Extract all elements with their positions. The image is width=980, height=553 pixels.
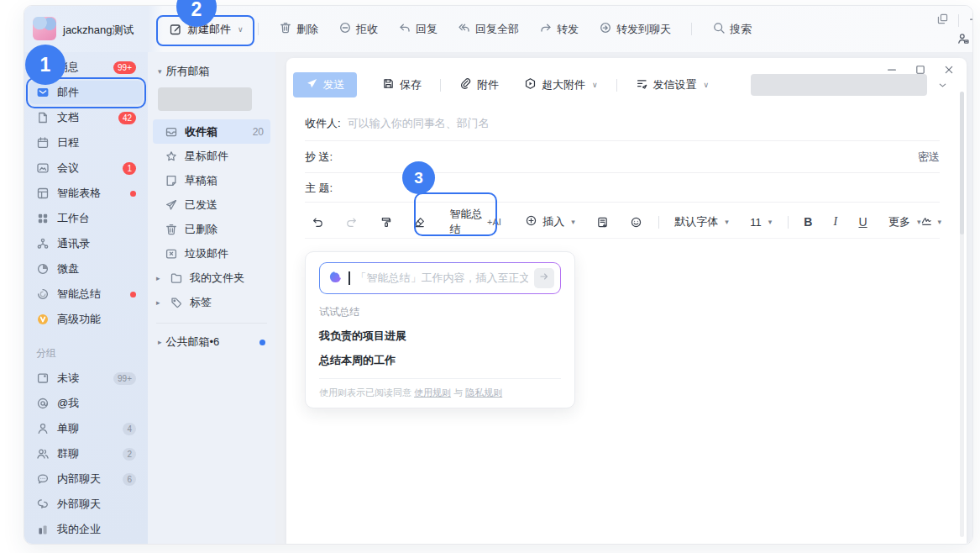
sidebar-item-label: 邮件 (57, 85, 79, 100)
toolbar-action-删除[interactable]: 删除 (279, 21, 318, 37)
sidebar-item-文档[interactable]: 文档42 (29, 106, 143, 129)
cc-field[interactable]: 抄 送: 密送 (305, 141, 940, 173)
mailbox-folder-panel: ▾ 所有邮箱 收件箱20星标邮件草稿箱已发送已删除垃圾邮件▸我的文件夹▸标签 ▸… (148, 52, 275, 544)
sidebar-item-label: 我的企业 (57, 522, 101, 537)
send-button[interactable]: 发送 (293, 72, 357, 97)
sidebar-item-会议[interactable]: 会议1 (29, 156, 143, 180)
count-badge: 99+ (113, 372, 136, 385)
bold-button[interactable]: B (804, 215, 812, 229)
terms-prefix: 使用则表示已阅读同意 (319, 387, 414, 398)
sidebar-item-外部聊天[interactable]: 外部聊天 (29, 492, 143, 516)
sidebar-item-label: 高级功能 (57, 312, 101, 327)
toolbar-action-回复[interactable]: 回复 (398, 21, 438, 37)
sidebar-item-群聊[interactable]: 群聊2 (29, 442, 143, 466)
ai-suggestion-item[interactable]: 我负责的项目进展 (319, 329, 561, 344)
arrow-right-icon (538, 271, 550, 286)
folder-item-收件箱[interactable]: 收件箱20 (153, 119, 270, 144)
ai-prompt-input[interactable]: 「智能总结」工作内容，插入至正文 (319, 262, 561, 294)
toolbar-action-回复全部[interactable]: 回复全部 (458, 21, 519, 37)
titlebar: jackzhang测试 新建邮件 ∨ 删除拒收回复回复全部转发转发到聊天搜索 (24, 6, 972, 52)
window-controls-second (956, 32, 972, 49)
ai-summary-label: 智能总结 (449, 207, 484, 237)
redo-icon[interactable] (345, 216, 358, 229)
caret-down-icon: ▾ (571, 218, 575, 226)
toolbar-action-转发到聊天[interactable]: 转发到聊天 (599, 21, 671, 37)
minimize-icon[interactable] (968, 13, 973, 29)
ai-submit-button[interactable] (534, 268, 554, 288)
sidebar-item-我的企业[interactable]: 我的企业 (29, 518, 143, 541)
sidebar-item-label: 智能表格 (57, 186, 101, 201)
sidebar-item-@我[interactable]: @我 (29, 392, 143, 415)
caret-down-icon: ▾ (937, 218, 941, 226)
from-account-redacted[interactable] (751, 74, 927, 96)
folder-label: 星标邮件 (185, 149, 228, 164)
contact-card-icon[interactable] (956, 32, 970, 49)
signature-menu[interactable]: ▾ (920, 214, 941, 229)
sidebar-item-内部聊天[interactable]: 内部聊天6 (29, 467, 143, 491)
insert-label: 插入 (542, 214, 564, 229)
insert-menu[interactable]: 插入 ▾ (525, 214, 575, 229)
underline-button[interactable]: U (859, 215, 867, 229)
format-painter-icon[interactable] (380, 216, 392, 229)
sidebar-item-通讯录[interactable]: 通讯录 (29, 232, 143, 255)
folder-item-草稿箱[interactable]: 草稿箱 (153, 168, 270, 192)
scrollbar-thumb[interactable] (960, 92, 964, 234)
template-icon[interactable] (596, 216, 609, 229)
sidebar-item-高级功能[interactable]: 高级功能 (29, 308, 143, 331)
divider (305, 202, 940, 203)
emoji-icon[interactable] (630, 216, 642, 229)
folder-item-星标邮件[interactable]: 星标邮件 (153, 144, 270, 168)
attachment-button[interactable]: 附件 (459, 77, 499, 92)
font-size-select[interactable]: 11 ▾ (750, 216, 772, 229)
all-mailboxes-header[interactable]: ▾ 所有邮箱 (148, 62, 275, 81)
popout-icon[interactable] (936, 13, 949, 29)
ai-summary-button[interactable]: 智能总结 +AI (441, 202, 509, 242)
doc-icon (36, 111, 50, 124)
sidebar-item-智能总结[interactable]: 智能总结 (29, 282, 143, 306)
trash-icon (165, 223, 178, 236)
advanced-icon (36, 313, 50, 326)
toolbar-action-label: 回复全部 (475, 22, 519, 37)
send-settings-button[interactable]: 发信设置 ∨ (636, 77, 710, 92)
more-label: 更多 (888, 214, 910, 229)
eraser-icon[interactable] (413, 216, 426, 229)
public-mailbox-item[interactable]: ▸ 公共邮箱•6 (148, 331, 275, 353)
to-field[interactable]: 收件人: 可以输入你的同事名、部门名 (305, 107, 940, 141)
sidebar-item-智能表格[interactable]: 智能表格 (29, 182, 143, 205)
ai-suggestion-item[interactable]: 总结本周的工作 (319, 353, 561, 368)
annotation-step-3: 3 (402, 161, 435, 194)
folder-item-已删除[interactable]: 已删除 (153, 217, 270, 241)
font-family-select[interactable]: 默认字体 ▾ (674, 214, 729, 229)
sidebar-item-单聊[interactable]: 单聊4 (29, 417, 143, 440)
undo-icon[interactable] (312, 216, 324, 229)
window-controls-top (936, 13, 972, 29)
search-button[interactable]: 搜索 (712, 21, 752, 37)
privacy-rules-link[interactable]: 隐私规则 (465, 387, 502, 398)
save-button[interactable]: 保存 (382, 77, 422, 92)
chevron-down-icon: ∨ (592, 81, 598, 89)
sidebar-item-日程[interactable]: 日程 (29, 131, 143, 155)
notification-dot (130, 191, 136, 197)
search-label: 搜索 (730, 22, 752, 37)
folder-item-我的文件夹[interactable]: ▸我的文件夹 (153, 266, 270, 290)
folder-item-已发送[interactable]: 已发送 (153, 192, 270, 217)
toolbar-action-转发[interactable]: 转发 (539, 21, 579, 37)
folder-item-垃圾邮件[interactable]: 垃圾邮件 (153, 241, 270, 266)
folder-item-标签[interactable]: ▸标签 (153, 290, 270, 314)
sidebar-item-未读[interactable]: 未读99+ (29, 366, 143, 390)
subject-field[interactable]: 主 题: (305, 173, 940, 203)
cc-label: 抄 送: (305, 150, 333, 165)
large-attachment-button[interactable]: 超大附件 ∨ (524, 77, 598, 92)
user-avatar[interactable] (33, 17, 56, 40)
scrollbar[interactable] (960, 92, 964, 537)
notification-dot (130, 292, 136, 298)
mail-main-area: 发送 保存 附件 (275, 52, 972, 544)
toolbar-action-拒收[interactable]: 拒收 (338, 21, 378, 37)
sidebar-item-工作台[interactable]: 工作台 (29, 207, 143, 230)
chevron-down-icon[interactable] (937, 80, 948, 91)
usage-rules-link[interactable]: 使用规则 (414, 387, 451, 398)
italic-button[interactable]: I (834, 215, 838, 229)
sidebar-item-微盘[interactable]: 微盘 (29, 257, 143, 281)
more-formats-menu[interactable]: 更多 ▾ (888, 214, 921, 229)
bcc-toggle[interactable]: 密送 (918, 150, 940, 165)
